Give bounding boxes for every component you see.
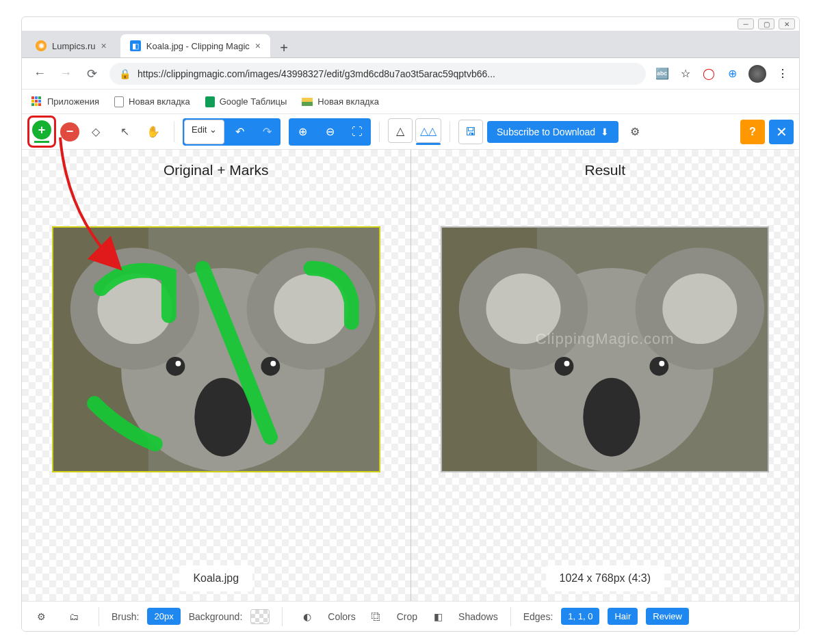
window-titlebar: ─ ▢ ✕ xyxy=(22,17,799,31)
close-icon[interactable]: × xyxy=(255,40,261,51)
workspace: Original + Marks xyxy=(22,150,799,601)
apps-icon xyxy=(31,96,42,107)
zoom-group: ⊕ ⊖ ⛶ xyxy=(289,118,371,146)
pane-title-result: Result xyxy=(584,162,625,178)
view-single-button[interactable]: △ xyxy=(388,118,413,143)
original-image-frame[interactable] xyxy=(52,226,380,472)
svg-point-21 xyxy=(650,357,669,376)
filename-caption: Koala.jpg xyxy=(179,565,252,591)
tab-title: Lumpics.ru xyxy=(52,41,96,51)
fit-button[interactable]: ⛶ xyxy=(345,120,369,144)
tab-strip: ✺ Lumpics.ru × ◧ Koala.jpg - Clipping Ma… xyxy=(22,31,799,58)
zoom-in-button[interactable]: ⊕ xyxy=(290,120,315,144)
favicon-icon: ◧ xyxy=(130,40,141,51)
crop-label[interactable]: Crop xyxy=(397,611,417,622)
brush-size-button[interactable]: 20px xyxy=(147,608,180,625)
keep-marks xyxy=(53,228,379,471)
lock-icon: 🔒 xyxy=(119,68,131,79)
undo-button[interactable]: ↶ xyxy=(227,120,252,144)
new-tab-button[interactable]: + xyxy=(274,38,294,57)
chevron-down-icon: ⌄ xyxy=(209,124,217,135)
download-icon: ⬇ xyxy=(601,126,609,137)
close-editor-button[interactable]: ✕ xyxy=(769,120,794,144)
svg-point-22 xyxy=(564,361,570,366)
bookmark-new-tab-2[interactable]: Новая вкладка xyxy=(302,96,379,107)
favicon-icon: ✺ xyxy=(36,40,47,51)
tab-lumpics[interactable]: ✺ Lumpics.ru × xyxy=(26,34,116,57)
settings-icon[interactable]: ⚙ xyxy=(29,604,53,629)
address-bar-row: ← → ⟳ 🔒 https://clippingmagic.com/images… xyxy=(22,58,799,90)
result-pane: Result xyxy=(410,150,800,601)
forward-button[interactable]: → xyxy=(57,66,74,82)
crop-icon[interactable]: ⿻ xyxy=(364,604,389,629)
reload-button[interactable]: ⟳ xyxy=(83,66,100,82)
image-icon xyxy=(302,98,313,106)
save-button[interactable]: 🖫 xyxy=(458,120,483,144)
translate-icon[interactable]: 🔤 xyxy=(655,67,669,81)
colors-label[interactable]: Colors xyxy=(328,611,355,622)
koala-result-image xyxy=(442,228,768,471)
bookmarks-bar: Приложения Новая вкладка Google Таблицы … xyxy=(22,90,799,114)
subscribe-download-button[interactable]: Subscribe to Download ⬇ xyxy=(487,121,618,143)
browser-window: ─ ▢ ✕ ✺ Lumpics.ru × ◧ Koala.jpg - Clipp… xyxy=(21,16,800,632)
menu-icon[interactable]: ⋮ xyxy=(776,67,790,81)
back-button[interactable]: ← xyxy=(31,66,48,82)
toolbar-right-icons: 🔤 ☆ ◯ ⊕ ⋮ xyxy=(655,65,790,83)
tab-clippingmagic[interactable]: ◧ Koala.jpg - Clipping Magic × xyxy=(120,34,270,57)
maximize-button[interactable]: ▢ xyxy=(758,18,774,29)
shadows-icon[interactable]: ◧ xyxy=(426,604,450,629)
remove-brush-button[interactable]: − xyxy=(60,122,79,142)
close-icon[interactable]: × xyxy=(101,40,107,51)
url-text: https://clippingmagic.com/images/4399832… xyxy=(138,68,495,79)
edit-dropdown[interactable]: Edit ⌄ xyxy=(184,120,224,144)
batch-icon[interactable]: 🗂 xyxy=(62,604,86,629)
view-split-button[interactable]: △△ xyxy=(415,118,441,143)
shadows-label[interactable]: Shadows xyxy=(458,611,498,622)
opera-icon[interactable]: ◯ xyxy=(702,67,716,81)
app-toolbar: + − ◇ ↖ ✋ Edit ⌄ ↶ ↷ ⊕ ⊖ ⛶ △ △△ 🖫 xyxy=(22,114,799,150)
edges-label: Edges: xyxy=(523,611,553,622)
brush-label: Brush: xyxy=(112,611,139,622)
settings-button[interactable]: ⚙ xyxy=(623,120,647,144)
globe-icon[interactable]: ⊕ xyxy=(725,67,739,81)
dimensions-caption: 1024 x 768px (4:3) xyxy=(546,565,664,591)
colors-icon[interactable]: ◐ xyxy=(295,604,320,629)
sheets-icon xyxy=(205,96,215,107)
review-button[interactable]: Review xyxy=(646,608,689,625)
redo-button[interactable]: ↷ xyxy=(255,120,279,144)
file-icon xyxy=(114,96,124,107)
cursor-button[interactable]: ↖ xyxy=(112,120,137,144)
watermark-text: ClippingMagic.com xyxy=(442,330,768,348)
edit-group: Edit ⌄ ↶ ↷ xyxy=(183,118,281,146)
star-icon[interactable]: ☆ xyxy=(679,67,692,81)
window-close-button[interactable]: ✕ xyxy=(779,18,795,29)
bottom-bar: ⚙ 🗂 Brush: 20px Background: ◐ Colors ⿻ C… xyxy=(22,601,799,631)
zoom-out-button[interactable]: ⊖ xyxy=(317,120,342,144)
background-label: Background: xyxy=(189,611,243,622)
result-image-frame[interactable]: ClippingMagic.com xyxy=(441,226,769,472)
original-pane: Original + Marks xyxy=(22,150,410,601)
bookmark-sheets[interactable]: Google Таблицы xyxy=(205,96,287,107)
annotation-highlight: + xyxy=(27,116,56,148)
active-indicator xyxy=(416,143,441,145)
background-swatch[interactable] xyxy=(250,609,270,624)
keep-brush-button[interactable]: + xyxy=(32,120,51,139)
pane-title-original: Original + Marks xyxy=(164,162,268,178)
profile-avatar[interactable] xyxy=(748,65,766,83)
bookmark-new-tab-1[interactable]: Новая вкладка xyxy=(114,96,190,107)
apps-button[interactable]: Приложения xyxy=(31,96,99,107)
edges-value-button[interactable]: 1, 1, 0 xyxy=(561,608,599,625)
svg-point-20 xyxy=(555,357,574,376)
svg-point-23 xyxy=(660,361,665,366)
minimize-button[interactable]: ─ xyxy=(738,18,754,29)
url-bar[interactable]: 🔒 https://clippingmagic.com/images/43998… xyxy=(109,63,646,85)
eraser-button[interactable]: ◇ xyxy=(83,120,108,144)
pan-button[interactable]: ✋ xyxy=(141,120,166,144)
hair-button[interactable]: Hair xyxy=(608,608,638,625)
tab-title: Koala.jpg - Clipping Magic xyxy=(146,41,250,51)
svg-point-19 xyxy=(584,378,640,457)
active-indicator xyxy=(34,141,49,143)
help-button[interactable]: ? xyxy=(740,120,765,144)
